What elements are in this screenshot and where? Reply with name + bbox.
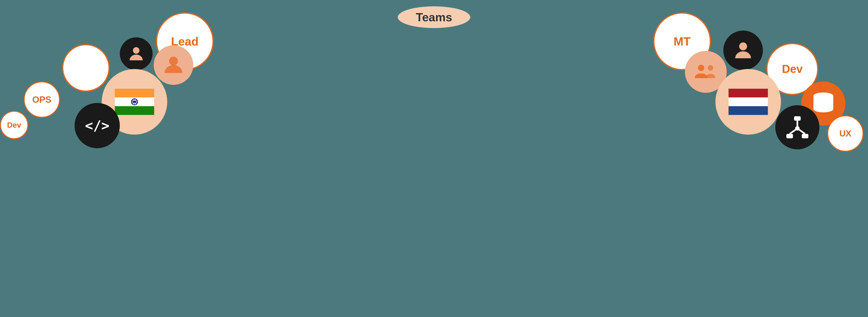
ux-label: UX xyxy=(839,129,851,139)
person-icon-right xyxy=(731,38,755,62)
svg-point-1 xyxy=(169,57,178,65)
svg-rect-17 xyxy=(728,97,768,106)
svg-point-26 xyxy=(795,126,800,131)
person-dark-right-bubble xyxy=(723,31,763,70)
svg-rect-22 xyxy=(802,134,808,139)
india-flag-icon xyxy=(115,82,154,121)
svg-rect-21 xyxy=(786,134,793,139)
dev-left-label: Dev xyxy=(7,121,21,129)
code-dark-bubble: </> xyxy=(74,103,120,148)
svg-rect-18 xyxy=(728,106,768,115)
dev-left-bubble[interactable]: Dev xyxy=(0,111,28,139)
person-peach-icon-left xyxy=(162,53,185,77)
svg-rect-2 xyxy=(115,89,154,97)
teams-badge[interactable]: Teams xyxy=(398,6,470,28)
dev-right-label: Dev xyxy=(782,62,803,76)
ops-label: OPS xyxy=(32,94,51,105)
ops-bubble[interactable]: OPS xyxy=(24,82,60,118)
mt-label: MT xyxy=(674,35,690,48)
network-icon xyxy=(784,114,811,141)
code-icon: </> xyxy=(85,118,110,134)
svg-rect-20 xyxy=(794,116,801,121)
svg-point-15 xyxy=(708,65,713,70)
ux-bubble[interactable]: UX xyxy=(827,115,864,152)
qa-bubble[interactable] xyxy=(62,44,110,92)
netherlands-flag-icon xyxy=(728,82,768,121)
netherlands-flag-bubble xyxy=(715,69,781,135)
person-dark-left-bubble xyxy=(120,37,153,70)
svg-point-13 xyxy=(739,42,747,51)
svg-rect-4 xyxy=(115,106,154,115)
svg-point-14 xyxy=(698,65,704,71)
network-dark-bubble xyxy=(775,105,819,149)
svg-point-0 xyxy=(133,47,140,54)
svg-rect-16 xyxy=(728,89,768,97)
group-icon-right xyxy=(693,59,718,84)
person-peach-left-bubble xyxy=(154,45,193,85)
person-icon-left xyxy=(126,44,146,64)
